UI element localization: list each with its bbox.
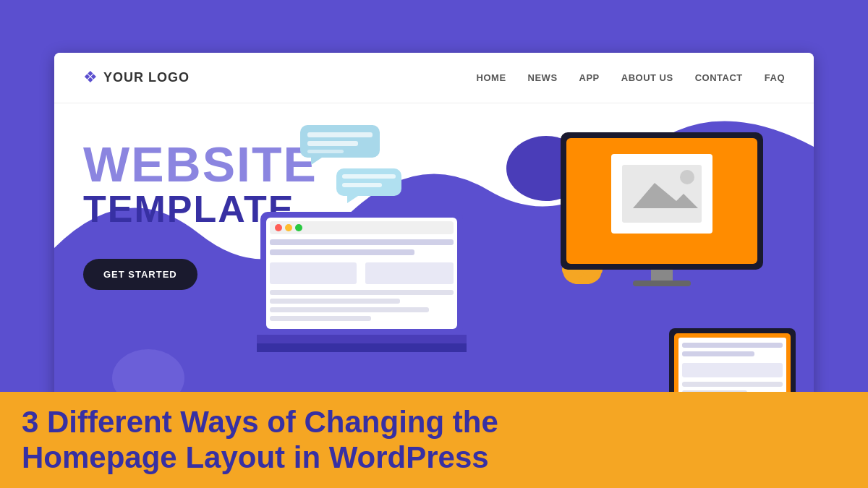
nav-item-about[interactable]: ABOUT US <box>621 71 673 84</box>
nav-item-home[interactable]: HOME <box>477 71 506 84</box>
svg-rect-20 <box>342 183 382 187</box>
svg-rect-36 <box>270 249 414 255</box>
website-card: ❖ YOUR LOGO HOME NEWS APP ABOUT US CONTA… <box>54 53 814 436</box>
laptop-device <box>257 212 467 359</box>
svg-rect-14 <box>307 132 373 137</box>
svg-point-34 <box>295 224 302 231</box>
svg-rect-42 <box>270 316 371 321</box>
svg-rect-38 <box>365 262 454 284</box>
caption-line1: 3 Different Ways of Changing the <box>22 405 498 439</box>
svg-rect-41 <box>270 307 429 312</box>
hero-title-website: WEBSITE <box>83 140 318 189</box>
svg-marker-13 <box>311 158 322 165</box>
svg-rect-39 <box>270 290 454 295</box>
chat-bubble-1 <box>300 125 380 168</box>
caption-line2: Homepage Layout in WordPress <box>22 440 489 474</box>
nav-item-news[interactable]: NEWS <box>528 71 558 84</box>
navbar: ❖ YOUR LOGO HOME NEWS APP ABOUT US CONTA… <box>54 53 814 103</box>
logo-icon: ❖ <box>83 68 98 87</box>
get-started-button[interactable]: GET STARTED <box>83 259 197 290</box>
hero-section: WEBSITE TEMPLATE GET STARTED <box>54 103 814 436</box>
logo-text: YOUR LOGO <box>103 70 190 85</box>
svg-rect-51 <box>682 382 783 387</box>
svg-rect-35 <box>270 239 454 245</box>
caption-bar: 3 Different Ways of Changing the Homepag… <box>0 392 868 488</box>
svg-rect-15 <box>307 141 358 146</box>
svg-rect-40 <box>270 299 400 304</box>
svg-rect-37 <box>270 262 357 284</box>
svg-rect-49 <box>682 351 754 356</box>
svg-point-32 <box>275 224 282 231</box>
svg-rect-44 <box>257 343 467 352</box>
nav-item-contact[interactable]: CONTACT <box>695 71 743 84</box>
chat-bubble-2 <box>336 168 401 206</box>
svg-rect-16 <box>307 150 344 153</box>
page-wrapper: ❖ YOUR LOGO HOME NEWS APP ABOUT US CONTA… <box>0 0 868 488</box>
svg-point-33 <box>285 224 292 231</box>
svg-marker-18 <box>347 196 358 203</box>
svg-rect-50 <box>682 363 783 377</box>
svg-rect-17 <box>336 168 401 196</box>
svg-point-26 <box>680 170 694 184</box>
caption-text: 3 Different Ways of Changing the Homepag… <box>22 405 846 475</box>
svg-rect-48 <box>682 343 783 348</box>
nav-item-faq[interactable]: FAQ <box>765 71 785 84</box>
svg-rect-28 <box>633 281 691 286</box>
monitor-device <box>553 132 770 294</box>
nav-item-app[interactable]: APP <box>579 71 600 84</box>
logo-area: ❖ YOUR LOGO <box>83 68 190 87</box>
svg-rect-27 <box>651 270 673 281</box>
nav-links: HOME NEWS APP ABOUT US CONTACT FAQ <box>477 71 785 84</box>
svg-rect-19 <box>342 174 396 179</box>
